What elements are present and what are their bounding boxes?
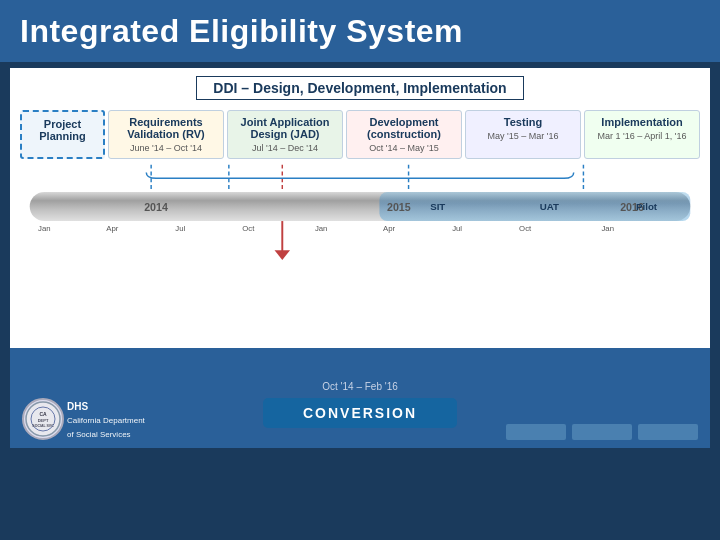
phase-implementation: Implementation Mar 1 '16 – April 1, '16 — [584, 110, 700, 159]
phase-dev: Development (construction) Oct '14 – May… — [346, 110, 462, 159]
phase-project-planning: Project Planning — [20, 110, 105, 159]
content-panel: DDI – Design, Development, Implementatio… — [10, 68, 710, 348]
svg-text:Apr: Apr — [106, 224, 118, 233]
dhs-seal: CA DEPT SOCIAL SVC — [22, 398, 64, 440]
svg-text:Oct: Oct — [242, 224, 255, 233]
svg-text:Pilot: Pilot — [636, 201, 658, 212]
phase-rv: Requirements Validation (RV) June '14 – … — [108, 110, 224, 159]
svg-text:CA: CA — [39, 411, 47, 417]
ddi-subtitle: DDI – Design, Development, Implementatio… — [196, 76, 523, 100]
svg-text:Apr: Apr — [383, 224, 395, 233]
svg-text:2015: 2015 — [387, 201, 411, 213]
svg-text:Jul: Jul — [452, 224, 462, 233]
phase-jad: Joint Application Design (JAD) Jul '14 –… — [227, 110, 343, 159]
right-bars — [506, 424, 698, 440]
svg-text:SOCIAL SVC: SOCIAL SVC — [32, 424, 54, 428]
blue-bottom: Oct '14 – Feb '16 CONVERSION CA DEPT SOC… — [10, 348, 710, 448]
page-title: Integrated Eligibility System — [20, 13, 463, 50]
svg-marker-23 — [275, 250, 291, 260]
bar-3 — [638, 424, 698, 440]
svg-text:Jan: Jan — [38, 224, 51, 233]
phase-row: Project Planning Requirements Validation… — [20, 110, 700, 159]
phase-testing: Testing May '15 – Mar '16 — [465, 110, 581, 159]
timeline-svg: 2014 2015 2016 SIT UAT Pilot Jan Apr Jul… — [20, 163, 700, 283]
header: Integrated Eligibility System — [0, 0, 720, 62]
main-container: Integrated Eligibility System DDI – Desi… — [0, 0, 720, 540]
svg-text:DEPT: DEPT — [38, 418, 49, 423]
svg-text:Jan: Jan — [315, 224, 328, 233]
svg-text:Jan: Jan — [601, 224, 614, 233]
dhs-logo: CA DEPT SOCIAL SVC DHS California Depart… — [22, 398, 145, 440]
svg-text:UAT: UAT — [540, 201, 559, 212]
svg-text:Oct: Oct — [519, 224, 532, 233]
oct-feb-label: Oct '14 – Feb '16 — [322, 381, 398, 392]
bar-2 — [572, 424, 632, 440]
dhs-label: DHS California Departmentof Social Servi… — [67, 400, 145, 440]
svg-text:2014: 2014 — [144, 201, 168, 213]
conversion-box: CONVERSION — [263, 398, 457, 428]
bar-1 — [506, 424, 566, 440]
svg-text:SIT: SIT — [430, 201, 445, 212]
svg-text:Jul: Jul — [175, 224, 185, 233]
